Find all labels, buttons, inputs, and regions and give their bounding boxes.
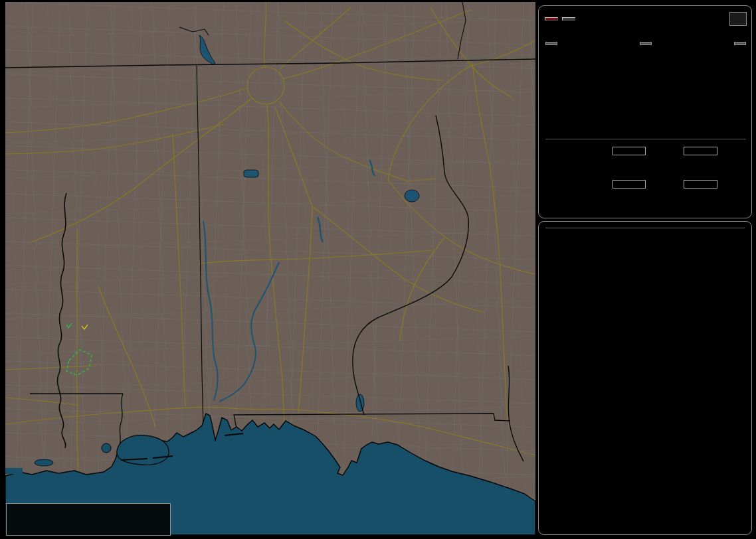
noises-counter-col [679,42,746,78]
trend-graph-header [545,343,555,352]
distribution-header [545,137,746,139]
receiver-status-grid [545,251,747,291]
datetime-display [545,224,745,228]
legend-old-row [7,524,170,534]
app-window: { "map": { "copyright": "©2005 Astrogeni… [0,0,756,539]
trend-graph [541,354,748,531]
close-counter-col [613,42,680,78]
ic-pos-bar [613,180,646,189]
total-noises-value [679,76,746,78]
session-stats-grid [545,308,747,335]
total-close-value [613,76,680,78]
cg-neg-bar [684,147,717,155]
noise-button[interactable] [562,17,575,21]
legend-header-row [7,504,170,514]
legend-recent-row [7,514,170,524]
ic-count-row [545,192,746,209]
radar-map[interactable] [5,2,535,535]
map-legend [6,503,171,536]
intracloud-row [545,176,746,192]
lightning-distribution [545,137,746,209]
total-strikes-value [545,76,613,78]
map-canvas [5,2,535,535]
strikes-per-min-value [545,45,613,74]
close-per-min-value [613,45,680,74]
bearing-readout [729,12,747,26]
ic-neg-bar [684,180,717,189]
cg-pos-bar [613,147,646,155]
status-panel [538,221,752,535]
strike-stats-panel [538,5,752,218]
cg-count-row [545,159,746,176]
cloud-ground-row [545,143,746,159]
strikes-counter-col [545,42,613,78]
strike-button[interactable] [545,17,558,21]
rate-counters [545,42,746,78]
noises-per-min-value [679,45,746,74]
